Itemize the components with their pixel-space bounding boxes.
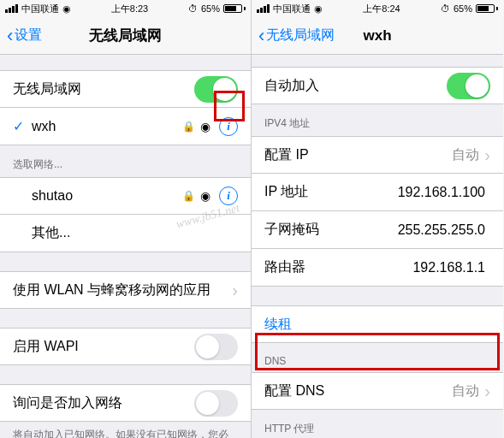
configure-dns-row[interactable]: 配置 DNS 自动 › <box>252 372 503 410</box>
ask-footer: 将自动加入已知网络。如果没有已知网络，您必须手动选择。 <box>0 422 251 438</box>
alarm-icon: ⏱ <box>441 3 450 14</box>
router-row: 路由器 192.168.1.1 <box>252 249 503 287</box>
navbar: ‹无线局域网 wxh <box>252 17 503 55</box>
carrier-label: 中国联通 <box>273 3 311 15</box>
wifi-status-icon: ◉ <box>314 3 323 15</box>
ipv4-header: IPV4 地址 <box>252 104 503 136</box>
back-button[interactable]: ‹无线局域网 <box>258 27 335 45</box>
carrier-label: 中国联通 <box>21 3 59 15</box>
wifi-icon: ◉ <box>200 189 210 203</box>
battery-percent: 65% <box>201 3 220 14</box>
info-icon[interactable]: i <box>219 186 238 205</box>
router-label: 路由器 <box>264 258 305 276</box>
chevron-right-icon: › <box>232 281 238 299</box>
router-value: 192.168.1.1 <box>412 260 485 275</box>
battery-icon <box>223 4 246 13</box>
chevron-left-icon: ‹ <box>7 27 13 45</box>
wapi-switch[interactable] <box>194 334 238 360</box>
auto-join-row: 自动加入 <box>252 67 503 104</box>
status-bar: 中国联通 ◉ 上午8:24 ⏱ 65% <box>252 0 503 17</box>
wapi-row: 启用 WAPI <box>0 328 251 365</box>
info-icon[interactable]: i <box>219 117 238 136</box>
status-time: 上午8:24 <box>363 3 400 15</box>
dns-header: DNS <box>252 343 503 372</box>
status-bar: 中国联通 ◉ 上午8:23 ⏱ 65% <box>0 0 251 17</box>
subnet-label: 子网掩码 <box>264 221 319 239</box>
renew-label: 续租 <box>264 316 292 334</box>
network-name: shutao <box>32 188 73 204</box>
ip-address-value: 192.168.1.100 <box>398 185 485 200</box>
ask-join-row: 询问是否加入网络 <box>0 384 251 422</box>
wifi-toggle-row: 无线局域网 <box>0 70 251 108</box>
alarm-icon: ⏱ <box>188 3 198 14</box>
wifi-icon: ◉ <box>200 120 210 133</box>
wifi-toggle-label: 无线局域网 <box>13 80 81 98</box>
configure-dns-value: 自动 <box>452 382 479 400</box>
other-label: 其他... <box>32 224 70 242</box>
ask-label: 询问是否加入网络 <box>13 394 122 412</box>
configure-ip-value: 自动 <box>452 146 479 164</box>
subnet-value: 255.255.255.0 <box>398 222 485 238</box>
back-label: 无线局域网 <box>266 27 335 44</box>
status-time: 上午8:23 <box>111 3 148 15</box>
renew-lease-row[interactable]: 续租 <box>252 305 503 343</box>
other-network-row[interactable]: 其他... <box>0 215 251 252</box>
signal-icon <box>257 4 270 13</box>
wifi-switch[interactable] <box>194 76 238 103</box>
auto-join-switch[interactable] <box>447 73 490 99</box>
connected-network-row[interactable]: ✓ wxh 🔒 ◉ i <box>0 108 251 145</box>
chevron-right-icon: › <box>484 146 490 163</box>
http-proxy-header: HTTP 代理 <box>252 410 503 438</box>
wifi-status-icon: ◉ <box>62 3 71 15</box>
ip-address-label: IP 地址 <box>264 183 308 201</box>
signal-icon <box>5 4 18 13</box>
battery-percent: 65% <box>454 3 472 14</box>
choose-network-header: 选取网络... <box>0 145 251 177</box>
chevron-right-icon: › <box>484 382 490 400</box>
back-label: 设置 <box>15 27 42 44</box>
configure-ip-label: 配置 IP <box>264 146 309 164</box>
back-button[interactable]: ‹设置 <box>7 27 42 45</box>
ip-address-row: IP 地址 192.168.1.100 <box>252 174 503 211</box>
configure-ip-row[interactable]: 配置 IP 自动 › <box>252 136 503 174</box>
configure-dns-label: 配置 DNS <box>264 382 324 400</box>
apps-using-wlan-row[interactable]: 使用 WLAN 与蜂窝移动网的应用 › <box>0 271 251 309</box>
battery-icon <box>476 4 498 13</box>
lock-icon: 🔒 <box>182 121 195 133</box>
network-name: wxh <box>32 119 56 134</box>
check-icon: ✓ <box>13 118 25 134</box>
auto-join-label: 自动加入 <box>264 77 319 95</box>
network-row[interactable]: shutao 🔒 ◉ i <box>0 177 251 215</box>
subnet-row: 子网掩码 255.255.255.0 <box>252 211 503 249</box>
navbar: ‹设置 无线局域网 <box>0 17 251 55</box>
apps-label: 使用 WLAN 与蜂窝移动网的应用 <box>13 281 210 299</box>
wapi-label: 启用 WAPI <box>13 338 79 356</box>
lock-icon: 🔒 <box>182 190 195 202</box>
chevron-left-icon: ‹ <box>258 27 264 45</box>
ask-switch[interactable] <box>194 390 238 417</box>
